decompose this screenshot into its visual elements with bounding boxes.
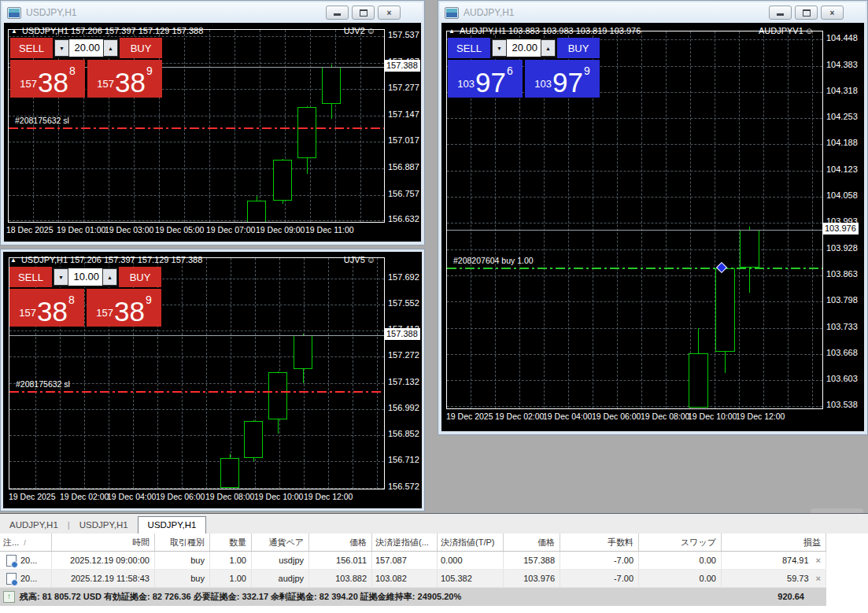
table-row[interactable]: 20...2025.12.19 11:58:43buy1.00audjpy103… bbox=[0, 570, 826, 588]
column-header[interactable]: スワップ bbox=[639, 534, 722, 551]
restore-button[interactable] bbox=[795, 6, 818, 20]
price-axis-label: 157.277 bbox=[388, 83, 419, 92]
column-header[interactable]: 数量 bbox=[210, 534, 252, 551]
chart-area-usdjpy-1[interactable]: ▲ USDJPY,H1 157.206 157.397 157.129 157.… bbox=[4, 23, 421, 242]
column-header[interactable]: 取引種別 bbox=[155, 534, 210, 551]
chart-area-audjpy[interactable]: ▲ AUDJPY,H1 103.883 103.983 103.819 103.… bbox=[441, 23, 864, 431]
minimize-icon bbox=[777, 13, 784, 16]
price-axis-label: 156.632 bbox=[388, 214, 419, 223]
buy-button[interactable]: BUY bbox=[120, 38, 162, 58]
candle-body bbox=[297, 107, 316, 158]
gridline-vertical bbox=[328, 258, 329, 489]
sell-price-prefix: 157 bbox=[19, 307, 36, 319]
buy-price-box[interactable]: 103 97 9 bbox=[525, 60, 600, 98]
column-header[interactable]: 決済指値(T/P) bbox=[438, 534, 504, 551]
collapse-arrow-icon[interactable]: ▲ bbox=[449, 28, 455, 35]
candle-body bbox=[740, 230, 759, 268]
column-header[interactable]: 時間 bbox=[52, 534, 155, 551]
time-axis-label: 18 Dec 2025 bbox=[6, 225, 54, 234]
column-header[interactable]: 通貨ペア bbox=[252, 534, 309, 551]
collapse-arrow-icon[interactable]: ▲ bbox=[10, 257, 17, 264]
time-axis-label: 19 Dec 07:00 bbox=[206, 225, 255, 234]
candle-body bbox=[689, 353, 708, 408]
buy-button[interactable]: BUY bbox=[557, 38, 600, 58]
gridline-vertical bbox=[666, 31, 667, 408]
volume-increase-button[interactable]: ▲ bbox=[541, 39, 556, 57]
price-axis-label: 156.887 bbox=[388, 162, 419, 172]
one-click-trade-panel: SELL ▼ 20.00 ▲ BUY 103 97 6 103 97 9 bbox=[448, 38, 600, 98]
price-axis-label: 156.712 bbox=[388, 455, 419, 464]
time-axis-label: 19 Dec 2025 bbox=[446, 412, 493, 421]
gridline-horizontal bbox=[447, 171, 822, 172]
table-cell: 157.087 bbox=[372, 552, 438, 569]
gridline-vertical bbox=[182, 258, 183, 489]
column-header[interactable]: 手数料 bbox=[560, 534, 639, 551]
column-header[interactable]: 決済逆指値(... bbox=[372, 534, 438, 551]
price-axis-label: 103.798 bbox=[826, 295, 858, 305]
column-header[interactable]: 価格 bbox=[309, 534, 372, 551]
restore-button[interactable] bbox=[352, 6, 375, 20]
sell-price-box[interactable]: 157 38 8 bbox=[9, 289, 84, 327]
volume-decrease-button[interactable]: ▼ bbox=[54, 39, 69, 57]
sell-price-prefix: 103 bbox=[457, 78, 475, 90]
close-position-icon[interactable]: × bbox=[816, 556, 821, 565]
close-position-icon[interactable]: × bbox=[816, 574, 821, 583]
chart-tab-usdjpy-h1[interactable]: USDJPY,H1 bbox=[70, 517, 138, 534]
smiley-icon: ☺ bbox=[367, 255, 375, 264]
gridline-horizontal bbox=[9, 488, 384, 489]
table-cell: 157.388 bbox=[504, 552, 560, 569]
time-axis-label: 19 Dec 11:00 bbox=[305, 225, 354, 234]
chart-area-usdjpy-2[interactable]: ▲ USDJPY,H1 157.206 157.397 157.129 157.… bbox=[3, 252, 422, 508]
buy-button[interactable]: BUY bbox=[119, 267, 161, 287]
column-header[interactable]: 注.../ bbox=[0, 534, 52, 551]
smiley-icon: ☺ bbox=[805, 26, 814, 35]
collapse-arrow-icon[interactable]: ▲ bbox=[11, 28, 17, 35]
volume-stepper: ▼ 20.00 ▲ bbox=[490, 38, 557, 58]
minimize-button[interactable] bbox=[769, 6, 792, 20]
price-axis-label: 157.132 bbox=[388, 377, 419, 386]
gridline-horizontal bbox=[447, 249, 822, 250]
window-titlebar[interactable]: USDJPY,H1 × bbox=[2, 2, 423, 23]
sell-button[interactable]: SELL bbox=[448, 38, 490, 58]
sell-price-box[interactable]: 157 38 8 bbox=[10, 60, 85, 98]
sell-button[interactable]: SELL bbox=[10, 38, 53, 58]
volume-decrease-button[interactable]: ▼ bbox=[54, 268, 68, 286]
volume-stepper: ▼ 10.00 ▲ bbox=[52, 267, 119, 287]
volume-increase-button[interactable]: ▲ bbox=[103, 39, 118, 57]
volume-input[interactable]: 10.00 bbox=[68, 268, 102, 286]
window-titlebar[interactable]: AUDJPY,H1 × bbox=[440, 2, 866, 23]
volume-input[interactable]: 20.00 bbox=[69, 39, 103, 57]
volume-increase-button[interactable]: ▲ bbox=[102, 268, 117, 286]
buy-price-prefix: 157 bbox=[97, 78, 114, 90]
candle-body bbox=[220, 458, 239, 488]
chart-window-usdjpy-1: USDJPY,H1 × ▲ USDJPY,H1 157.206 157.397 … bbox=[0, 0, 425, 246]
price-axis-label: 104.383 bbox=[826, 60, 858, 69]
volume-input[interactable]: 20.00 bbox=[507, 39, 541, 57]
table-header-row: 注.../時間取引種別数量通貨ペア価格決済逆指値(...決済指値(T/P)価格手… bbox=[0, 534, 826, 552]
sell-price-box[interactable]: 103 97 6 bbox=[448, 60, 523, 98]
buy-price-box[interactable]: 157 38 9 bbox=[87, 60, 162, 98]
column-header[interactable]: 損益 bbox=[722, 534, 826, 551]
chart-window-icon bbox=[7, 7, 21, 19]
close-button[interactable]: × bbox=[821, 6, 844, 20]
close-button[interactable]: × bbox=[378, 6, 401, 20]
chart-tab-usdjpy-h1[interactable]: USDJPY,H1 bbox=[138, 516, 207, 534]
table-row[interactable]: 20...2025.12.19 09:00:00buy1.00usdjpy156… bbox=[0, 552, 826, 570]
sort-indicator-icon: / bbox=[24, 539, 26, 547]
volume-decrease-button[interactable]: ▼ bbox=[492, 39, 507, 57]
chart-tab-audjpy-h1[interactable]: AUDJPY,H1 bbox=[0, 517, 68, 534]
minimize-button[interactable] bbox=[326, 6, 349, 20]
one-click-trade-panel: SELL ▼ 20.00 ▲ BUY 157 38 8 157 38 9 bbox=[10, 38, 162, 98]
sell-button[interactable]: SELL bbox=[9, 267, 52, 287]
sell-price-pip: 6 bbox=[507, 65, 513, 77]
table-cell: 2025.12.19 09:00:00 bbox=[52, 552, 155, 569]
table-cell: audjpy bbox=[252, 570, 309, 587]
table-cell: 105.382 bbox=[438, 570, 504, 587]
table-cell: 0.000 bbox=[438, 552, 504, 569]
column-header[interactable]: 価格 bbox=[504, 534, 560, 551]
gridline-horizontal bbox=[447, 197, 822, 198]
price-axis-label: 104.318 bbox=[826, 86, 858, 95]
gridline-vertical bbox=[209, 30, 210, 222]
buy-price-box[interactable]: 157 38 9 bbox=[87, 289, 161, 327]
buy-price-pip: 9 bbox=[146, 65, 153, 77]
